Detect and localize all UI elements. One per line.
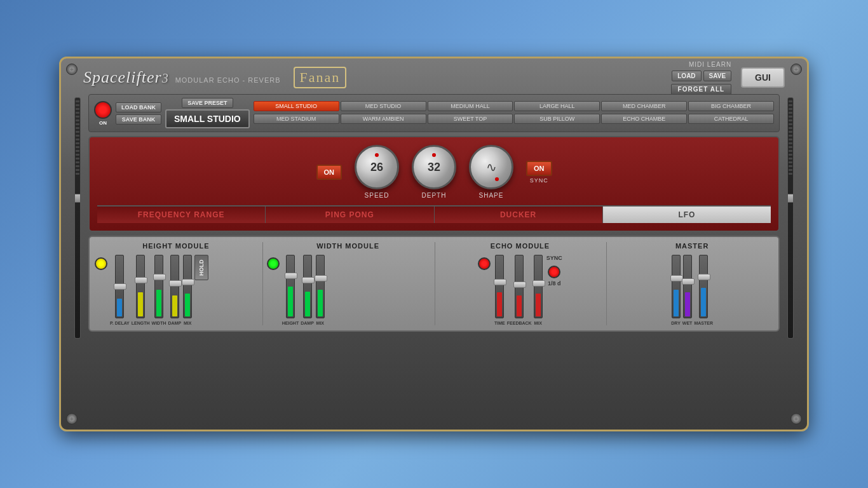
rail-mark bbox=[789, 119, 792, 121]
preset-sweet-top[interactable]: SWEET TOP bbox=[428, 114, 513, 124]
echo-sync-power[interactable] bbox=[548, 266, 560, 278]
fader-label: MASTER bbox=[694, 321, 713, 325]
rail-mark bbox=[789, 112, 792, 114]
fader-track[interactable] bbox=[183, 255, 192, 318]
save-preset-button[interactable]: SAVE PRESET bbox=[182, 98, 233, 108]
rail-mark bbox=[76, 173, 79, 175]
fader-track[interactable] bbox=[303, 255, 312, 318]
depth-knob-wrap: 32 DEPTH bbox=[412, 145, 456, 199]
fader-fill bbox=[172, 295, 177, 316]
fader-fill bbox=[305, 292, 310, 316]
fader-track[interactable] bbox=[672, 255, 681, 318]
right-rail-handle[interactable] bbox=[787, 194, 794, 203]
fader-thumb[interactable] bbox=[169, 280, 182, 287]
preset-med-stadium[interactable]: MED STADIUM bbox=[254, 114, 339, 124]
preset-cathedral[interactable]: CATHEDRAL bbox=[688, 114, 774, 124]
height-fader-group: P. DELAY LENGTH bbox=[110, 255, 192, 325]
left-rail-track bbox=[74, 97, 81, 339]
rail-mark bbox=[76, 165, 79, 167]
fader-label: DAMP bbox=[301, 321, 314, 325]
power-button[interactable] bbox=[94, 101, 112, 119]
preset-med-studio[interactable]: MED STUDIO bbox=[341, 101, 426, 111]
shape-symbol: ∿ bbox=[486, 159, 497, 175]
preset-small-studio[interactable]: SMALL STUDIO bbox=[254, 101, 339, 111]
fader-thumb[interactable] bbox=[494, 279, 506, 285]
preset-med-chamber[interactable]: MED CHAMBER bbox=[601, 101, 687, 111]
rail-mark bbox=[76, 135, 79, 137]
fader-track[interactable] bbox=[699, 255, 708, 318]
depth-knob[interactable]: 32 bbox=[412, 145, 456, 189]
midi-load-button[interactable]: LOAD bbox=[672, 71, 701, 81]
screw-top-left bbox=[66, 64, 78, 75]
preset-warm-ambien[interactable]: WARM AMBIEN bbox=[341, 114, 426, 124]
preset-big-chamber[interactable]: BIG CHAMBER bbox=[688, 101, 774, 111]
preset-grid-row1: SMALL STUDIO MED STUDIO MEDIUM HALL LARG… bbox=[254, 101, 774, 112]
width-module-title: WIDTH MODULE bbox=[316, 242, 379, 250]
fader-thumb[interactable] bbox=[682, 278, 695, 285]
fader-thumb[interactable] bbox=[302, 277, 315, 283]
fader-mix: MIX bbox=[183, 255, 192, 325]
rail-mark bbox=[76, 112, 79, 114]
fader-fill bbox=[701, 288, 706, 316]
echo-module-power[interactable] bbox=[478, 257, 491, 270]
fader-track[interactable] bbox=[495, 255, 504, 318]
rail-mark bbox=[789, 131, 792, 133]
fader-thumb[interactable] bbox=[153, 274, 166, 280]
fader-track[interactable] bbox=[115, 255, 124, 318]
fader-track[interactable] bbox=[515, 255, 524, 318]
fader-track[interactable] bbox=[286, 255, 295, 318]
fader-thumb[interactable] bbox=[698, 274, 710, 280]
fader-track[interactable] bbox=[683, 255, 692, 318]
fader-label: P. DELAY bbox=[110, 321, 130, 325]
fader-thumb[interactable] bbox=[670, 275, 683, 281]
load-bank-button[interactable]: LOAD BANK bbox=[116, 102, 161, 112]
fader-track[interactable] bbox=[316, 255, 325, 318]
rail-mark bbox=[789, 165, 792, 167]
rail-mark bbox=[789, 161, 792, 163]
plugin-name-text: Spacelifter bbox=[83, 68, 162, 86]
master-module-title: MASTER bbox=[675, 242, 709, 250]
fader-label: WIDTH bbox=[152, 321, 166, 325]
save-bank-button[interactable]: SAVE BANK bbox=[116, 114, 161, 125]
forget-all-button[interactable]: FORGET ALL bbox=[671, 84, 732, 95]
echo-sync-label: SYNC bbox=[546, 255, 562, 261]
speed-label: SPEED bbox=[365, 192, 390, 199]
fader-track[interactable] bbox=[136, 255, 145, 318]
tab-lfo[interactable]: LFO bbox=[603, 207, 771, 223]
fader-thumb[interactable] bbox=[114, 283, 126, 290]
fader-thumb[interactable] bbox=[532, 280, 545, 287]
height-module-title: HEIGHT MODULE bbox=[142, 242, 209, 250]
left-rail-handle[interactable] bbox=[74, 194, 81, 203]
fader-thumb[interactable] bbox=[182, 279, 194, 285]
fader-thumb[interactable] bbox=[135, 277, 147, 283]
height-module-power[interactable] bbox=[95, 257, 107, 270]
tab-ducker[interactable]: DUCKER bbox=[435, 207, 603, 223]
fader-thumb[interactable] bbox=[513, 281, 526, 288]
gui-button[interactable]: GUI bbox=[741, 67, 785, 88]
fader-track[interactable] bbox=[170, 255, 179, 318]
speed-knob[interactable]: 26 bbox=[355, 145, 399, 189]
fader-track[interactable] bbox=[154, 255, 163, 318]
hold-button[interactable]: HOLD bbox=[194, 255, 208, 280]
fader-thumb[interactable] bbox=[315, 275, 327, 281]
preset-large-hall[interactable]: LARGE HALL bbox=[514, 101, 600, 111]
rail-mark bbox=[76, 119, 79, 121]
tab-ping-pong[interactable]: PING PONG bbox=[266, 207, 434, 223]
sync-on-button[interactable]: ON bbox=[526, 161, 552, 176]
preset-sub-pillow[interactable]: SUB PILLOW bbox=[514, 114, 600, 124]
width-module-power[interactable] bbox=[267, 257, 280, 270]
width-module: WIDTH MODULE HEIGHT bbox=[267, 242, 435, 325]
midi-save-button[interactable]: SAVE bbox=[703, 71, 732, 81]
preset-echo-chambe[interactable]: ECHO CHAMBE bbox=[601, 114, 687, 124]
tab-frequency-range[interactable]: FREQUENCY RANGE bbox=[97, 207, 266, 223]
preset-medium-hall[interactable]: MEDIUM HALL bbox=[428, 101, 513, 111]
rail-mark bbox=[789, 158, 792, 159]
fader-label: LENGTH bbox=[132, 321, 150, 325]
fader-thumb[interactable] bbox=[285, 273, 297, 279]
fader-track[interactable] bbox=[534, 255, 543, 318]
left-rail-marks bbox=[75, 98, 80, 338]
fader-fill bbox=[117, 299, 122, 316]
width-fader-group: HEIGHT DAMP bbox=[282, 255, 325, 325]
lfo-on-button[interactable]: ON bbox=[316, 165, 342, 180]
shape-knob[interactable]: ∿ bbox=[469, 145, 513, 189]
